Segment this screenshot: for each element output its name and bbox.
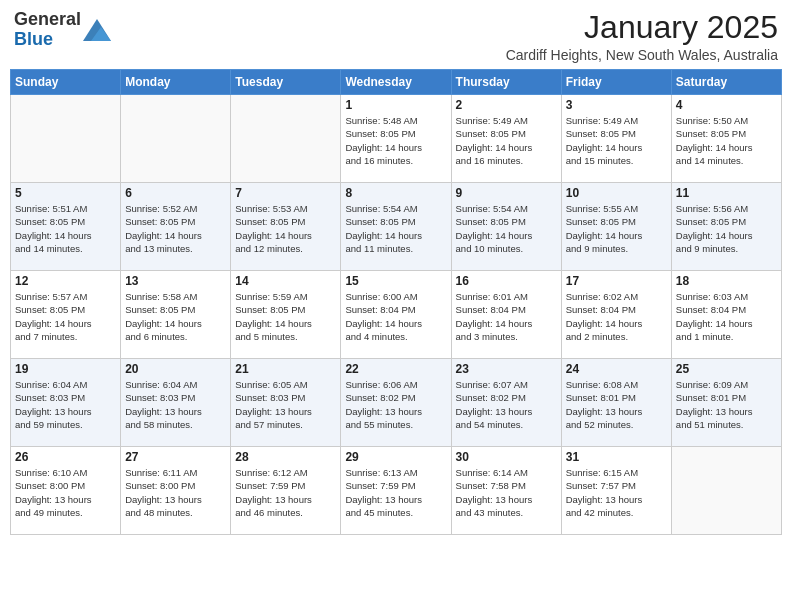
- calendar-cell: [121, 95, 231, 183]
- day-number: 29: [345, 450, 446, 464]
- calendar-cell: 23Sunrise: 6:07 AM Sunset: 8:02 PM Dayli…: [451, 359, 561, 447]
- day-detail: Sunrise: 6:01 AM Sunset: 8:04 PM Dayligh…: [456, 290, 557, 343]
- day-detail: Sunrise: 6:02 AM Sunset: 8:04 PM Dayligh…: [566, 290, 667, 343]
- day-number: 1: [345, 98, 446, 112]
- day-number: 2: [456, 98, 557, 112]
- weekday-header-tuesday: Tuesday: [231, 70, 341, 95]
- day-number: 14: [235, 274, 336, 288]
- week-row-2: 5Sunrise: 5:51 AM Sunset: 8:05 PM Daylig…: [11, 183, 782, 271]
- calendar-cell: 22Sunrise: 6:06 AM Sunset: 8:02 PM Dayli…: [341, 359, 451, 447]
- calendar-cell: 12Sunrise: 5:57 AM Sunset: 8:05 PM Dayli…: [11, 271, 121, 359]
- calendar-cell: 7Sunrise: 5:53 AM Sunset: 8:05 PM Daylig…: [231, 183, 341, 271]
- day-detail: Sunrise: 5:50 AM Sunset: 8:05 PM Dayligh…: [676, 114, 777, 167]
- day-number: 23: [456, 362, 557, 376]
- day-detail: Sunrise: 6:00 AM Sunset: 8:04 PM Dayligh…: [345, 290, 446, 343]
- calendar-cell: 14Sunrise: 5:59 AM Sunset: 8:05 PM Dayli…: [231, 271, 341, 359]
- day-detail: Sunrise: 5:51 AM Sunset: 8:05 PM Dayligh…: [15, 202, 116, 255]
- day-detail: Sunrise: 6:13 AM Sunset: 7:59 PM Dayligh…: [345, 466, 446, 519]
- day-number: 7: [235, 186, 336, 200]
- day-number: 21: [235, 362, 336, 376]
- week-row-4: 19Sunrise: 6:04 AM Sunset: 8:03 PM Dayli…: [11, 359, 782, 447]
- day-number: 22: [345, 362, 446, 376]
- day-number: 27: [125, 450, 226, 464]
- day-number: 9: [456, 186, 557, 200]
- calendar-cell: 11Sunrise: 5:56 AM Sunset: 8:05 PM Dayli…: [671, 183, 781, 271]
- day-detail: Sunrise: 5:53 AM Sunset: 8:05 PM Dayligh…: [235, 202, 336, 255]
- calendar-cell: 5Sunrise: 5:51 AM Sunset: 8:05 PM Daylig…: [11, 183, 121, 271]
- weekday-header-row: SundayMondayTuesdayWednesdayThursdayFrid…: [11, 70, 782, 95]
- day-detail: Sunrise: 6:08 AM Sunset: 8:01 PM Dayligh…: [566, 378, 667, 431]
- calendar-cell: 29Sunrise: 6:13 AM Sunset: 7:59 PM Dayli…: [341, 447, 451, 535]
- day-detail: Sunrise: 5:56 AM Sunset: 8:05 PM Dayligh…: [676, 202, 777, 255]
- calendar-cell: 18Sunrise: 6:03 AM Sunset: 8:04 PM Dayli…: [671, 271, 781, 359]
- calendar-cell: 3Sunrise: 5:49 AM Sunset: 8:05 PM Daylig…: [561, 95, 671, 183]
- logo: General Blue: [14, 10, 111, 50]
- location-subtitle: Cardiff Heights, New South Wales, Austra…: [506, 47, 778, 63]
- day-detail: Sunrise: 5:54 AM Sunset: 8:05 PM Dayligh…: [456, 202, 557, 255]
- calendar-cell: [671, 447, 781, 535]
- day-number: 12: [15, 274, 116, 288]
- day-detail: Sunrise: 6:14 AM Sunset: 7:58 PM Dayligh…: [456, 466, 557, 519]
- day-number: 4: [676, 98, 777, 112]
- day-number: 3: [566, 98, 667, 112]
- logo-blue-text: Blue: [14, 29, 53, 49]
- day-detail: Sunrise: 6:03 AM Sunset: 8:04 PM Dayligh…: [676, 290, 777, 343]
- weekday-header-sunday: Sunday: [11, 70, 121, 95]
- weekday-header-wednesday: Wednesday: [341, 70, 451, 95]
- day-detail: Sunrise: 6:04 AM Sunset: 8:03 PM Dayligh…: [125, 378, 226, 431]
- calendar-cell: 16Sunrise: 6:01 AM Sunset: 8:04 PM Dayli…: [451, 271, 561, 359]
- weekday-header-thursday: Thursday: [451, 70, 561, 95]
- calendar-cell: 17Sunrise: 6:02 AM Sunset: 8:04 PM Dayli…: [561, 271, 671, 359]
- day-number: 10: [566, 186, 667, 200]
- calendar-cell: 2Sunrise: 5:49 AM Sunset: 8:05 PM Daylig…: [451, 95, 561, 183]
- day-number: 13: [125, 274, 226, 288]
- day-detail: Sunrise: 6:07 AM Sunset: 8:02 PM Dayligh…: [456, 378, 557, 431]
- day-detail: Sunrise: 5:55 AM Sunset: 8:05 PM Dayligh…: [566, 202, 667, 255]
- day-number: 18: [676, 274, 777, 288]
- calendar-cell: 28Sunrise: 6:12 AM Sunset: 7:59 PM Dayli…: [231, 447, 341, 535]
- weekday-header-friday: Friday: [561, 70, 671, 95]
- weekday-header-monday: Monday: [121, 70, 231, 95]
- day-detail: Sunrise: 5:58 AM Sunset: 8:05 PM Dayligh…: [125, 290, 226, 343]
- day-detail: Sunrise: 5:52 AM Sunset: 8:05 PM Dayligh…: [125, 202, 226, 255]
- day-number: 5: [15, 186, 116, 200]
- day-number: 26: [15, 450, 116, 464]
- calendar-cell: 31Sunrise: 6:15 AM Sunset: 7:57 PM Dayli…: [561, 447, 671, 535]
- calendar-cell: 19Sunrise: 6:04 AM Sunset: 8:03 PM Dayli…: [11, 359, 121, 447]
- day-number: 30: [456, 450, 557, 464]
- week-row-5: 26Sunrise: 6:10 AM Sunset: 8:00 PM Dayli…: [11, 447, 782, 535]
- day-detail: Sunrise: 5:49 AM Sunset: 8:05 PM Dayligh…: [456, 114, 557, 167]
- calendar-cell: [231, 95, 341, 183]
- weekday-header-saturday: Saturday: [671, 70, 781, 95]
- calendar-cell: 24Sunrise: 6:08 AM Sunset: 8:01 PM Dayli…: [561, 359, 671, 447]
- calendar-cell: 21Sunrise: 6:05 AM Sunset: 8:03 PM Dayli…: [231, 359, 341, 447]
- month-title: January 2025: [506, 10, 778, 45]
- day-number: 16: [456, 274, 557, 288]
- calendar-cell: 4Sunrise: 5:50 AM Sunset: 8:05 PM Daylig…: [671, 95, 781, 183]
- day-number: 24: [566, 362, 667, 376]
- day-detail: Sunrise: 6:09 AM Sunset: 8:01 PM Dayligh…: [676, 378, 777, 431]
- day-number: 19: [15, 362, 116, 376]
- calendar-table: SundayMondayTuesdayWednesdayThursdayFrid…: [10, 69, 782, 535]
- calendar-cell: 15Sunrise: 6:00 AM Sunset: 8:04 PM Dayli…: [341, 271, 451, 359]
- calendar-cell: 20Sunrise: 6:04 AM Sunset: 8:03 PM Dayli…: [121, 359, 231, 447]
- day-detail: Sunrise: 6:12 AM Sunset: 7:59 PM Dayligh…: [235, 466, 336, 519]
- calendar-cell: [11, 95, 121, 183]
- calendar-cell: 10Sunrise: 5:55 AM Sunset: 8:05 PM Dayli…: [561, 183, 671, 271]
- day-detail: Sunrise: 5:59 AM Sunset: 8:05 PM Dayligh…: [235, 290, 336, 343]
- day-detail: Sunrise: 6:15 AM Sunset: 7:57 PM Dayligh…: [566, 466, 667, 519]
- day-number: 11: [676, 186, 777, 200]
- logo-icon: [83, 19, 111, 41]
- day-number: 20: [125, 362, 226, 376]
- day-number: 25: [676, 362, 777, 376]
- day-detail: Sunrise: 6:05 AM Sunset: 8:03 PM Dayligh…: [235, 378, 336, 431]
- day-number: 6: [125, 186, 226, 200]
- day-number: 31: [566, 450, 667, 464]
- calendar-cell: 30Sunrise: 6:14 AM Sunset: 7:58 PM Dayli…: [451, 447, 561, 535]
- calendar-cell: 13Sunrise: 5:58 AM Sunset: 8:05 PM Dayli…: [121, 271, 231, 359]
- week-row-1: 1Sunrise: 5:48 AM Sunset: 8:05 PM Daylig…: [11, 95, 782, 183]
- day-detail: Sunrise: 5:54 AM Sunset: 8:05 PM Dayligh…: [345, 202, 446, 255]
- week-row-3: 12Sunrise: 5:57 AM Sunset: 8:05 PM Dayli…: [11, 271, 782, 359]
- day-detail: Sunrise: 5:49 AM Sunset: 8:05 PM Dayligh…: [566, 114, 667, 167]
- day-number: 15: [345, 274, 446, 288]
